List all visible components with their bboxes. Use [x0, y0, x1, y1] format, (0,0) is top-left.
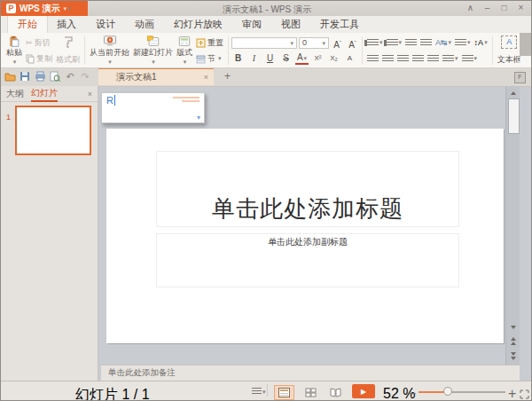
align-right-button[interactable]: [395, 52, 411, 66]
char-spacing-button[interactable]: ↕A: [473, 36, 489, 50]
statusbar-divider: [267, 384, 268, 397]
paste-button[interactable]: 粘贴: [4, 35, 24, 67]
align-left-button[interactable]: [365, 52, 380, 66]
textbox-button[interactable]: A 文本框: [496, 35, 523, 67]
task-pane-icon[interactable]: F: [514, 72, 526, 83]
popup-chevron-down-icon[interactable]: ▾: [197, 114, 200, 122]
print-preview-button[interactable]: [49, 70, 61, 83]
decrease-indent-button[interactable]: [403, 36, 419, 50]
subtitle-placeholder[interactable]: 单击此处添加副标题: [156, 233, 459, 287]
layout-icon: [176, 35, 192, 47]
columns-button[interactable]: [441, 52, 460, 66]
increase-font-size-button[interactable]: Aˆ: [331, 36, 344, 49]
fit-to-window-button[interactable]: [520, 387, 529, 401]
tab-slideshow[interactable]: 幻灯片放映: [164, 16, 232, 33]
superscript-button[interactable]: X²: [311, 52, 325, 65]
slide-thumbnail[interactable]: [15, 106, 91, 155]
subscript-button[interactable]: X₂: [327, 52, 340, 65]
collapse-ribbon-button[interactable]: ∧: [462, 2, 479, 14]
scroll-down-button[interactable]: [508, 321, 519, 333]
redo-button[interactable]: ↷: [79, 70, 91, 83]
section-button[interactable]: 节: [194, 52, 225, 66]
tab-review[interactable]: 审阅: [232, 16, 271, 33]
zoom-out-button[interactable]: −: [408, 386, 416, 401]
popup-suggestion-stripe: [173, 97, 200, 98]
strikethrough-button[interactable]: S: [279, 52, 293, 65]
tab-home[interactable]: 开始: [8, 16, 47, 33]
decrease-font-size-button[interactable]: Aˇ: [346, 36, 359, 49]
play-icon: ▶: [361, 388, 366, 396]
app-logo-button[interactable]: P WPS 演示 ▾: [1, 1, 88, 16]
bullet-list-button[interactable]: [365, 36, 385, 50]
start-slideshow-button[interactable]: ▶: [352, 384, 375, 398]
panel-close-icon[interactable]: ×: [88, 90, 92, 98]
close-button[interactable]: ×: [512, 2, 529, 14]
tab-view[interactable]: 视图: [271, 16, 310, 33]
zoom-in-button[interactable]: +: [508, 386, 516, 401]
tab-insert[interactable]: 插入: [47, 16, 86, 33]
font-name-combo[interactable]: [231, 37, 297, 49]
zoom-slider-thumb[interactable]: [443, 387, 452, 396]
scroll-up-button[interactable]: [508, 87, 519, 98]
reading-view-button[interactable]: [325, 385, 346, 400]
ribbon-gallery-scroll[interactable]: [520, 33, 532, 56]
save-button[interactable]: [19, 70, 31, 83]
scrollbar-thumb[interactable]: [508, 98, 520, 134]
popup-input-text[interactable]: R: [106, 95, 115, 106]
new-document-tab-button[interactable]: +: [224, 70, 231, 83]
reset-slide-button[interactable]: 重置: [194, 36, 225, 50]
window-title: 演示文稿1 - WPS 演示: [134, 4, 400, 16]
line-spacing-button[interactable]: [453, 36, 473, 50]
notes-area[interactable]: 单击此处添加备注: [101, 365, 520, 381]
slide-canvas[interactable]: 单击此处添加标题 单击此处添加副标题: [106, 129, 504, 343]
underline-button[interactable]: U: [263, 52, 277, 65]
align-left-icon: [367, 55, 379, 63]
maximize-button[interactable]: □: [496, 2, 512, 14]
slide-sorter-view-button[interactable]: [301, 385, 321, 400]
tab-design[interactable]: 设计: [86, 16, 125, 33]
copy-button[interactable]: 复制: [24, 52, 54, 66]
copy-icon: [26, 54, 35, 64]
tab-developer[interactable]: 开发工具: [310, 16, 369, 33]
tab-animation[interactable]: 动画: [125, 16, 164, 33]
double-down-icon: [511, 352, 516, 356]
slides-tab[interactable]: 幻灯片: [31, 86, 58, 102]
play-from-current-button[interactable]: 从当前开始: [88, 35, 131, 67]
new-slide-button[interactable]: 新建幻灯片: [131, 35, 175, 67]
next-slide-button[interactable]: [508, 350, 519, 362]
app-name: WPS 演示: [20, 3, 60, 15]
wps-presentation-window: { "window": { "app_name": "WPS 演示", "tit…: [0, 0, 532, 401]
minimize-button[interactable]: –: [479, 2, 496, 14]
align-distribute-button[interactable]: [426, 52, 441, 66]
line-spacing-icon: [455, 39, 466, 47]
title-placeholder[interactable]: 单击此处添加标题: [156, 151, 459, 227]
slide-layout-button[interactable]: 版式: [175, 35, 194, 67]
slide-counter: 幻灯片 1 / 1: [75, 386, 150, 401]
vertical-scrollbar[interactable]: [505, 86, 520, 365]
align-center-button[interactable]: [380, 52, 395, 66]
font-size-combo[interactable]: 0: [299, 37, 329, 49]
theme-switch-button[interactable]: [252, 388, 266, 396]
previous-slide-button[interactable]: [508, 335, 519, 347]
normal-view-button[interactable]: [274, 385, 294, 400]
clear-format-button[interactable]: A: [343, 52, 356, 65]
popup-suggestion-stripe: [182, 100, 200, 102]
bold-button[interactable]: B: [231, 52, 245, 65]
italic-button[interactable]: I: [247, 52, 261, 65]
arrow-down-icon: [511, 326, 516, 329]
document-tab[interactable]: 演示文稿1 ×: [98, 68, 214, 85]
tab-close-icon[interactable]: ×: [204, 73, 208, 82]
align-justify-button[interactable]: [411, 52, 426, 66]
numbered-list-button[interactable]: [385, 36, 404, 50]
increase-indent-button[interactable]: [419, 36, 434, 50]
font-color-button[interactable]: A: [295, 52, 309, 65]
outline-tab[interactable]: 大纲: [6, 87, 24, 101]
undo-button[interactable]: ↶: [64, 70, 76, 83]
cut-button[interactable]: ✂ 剪切: [24, 36, 54, 50]
print-button[interactable]: [34, 70, 46, 83]
paragraph-settings-button[interactable]: [460, 52, 480, 66]
text-direction-button[interactable]: A↹: [434, 36, 453, 50]
open-file-button[interactable]: [4, 70, 16, 83]
floating-input-popup[interactable]: R ▾: [101, 92, 205, 123]
format-painter-button[interactable]: 格式刷: [54, 35, 82, 67]
